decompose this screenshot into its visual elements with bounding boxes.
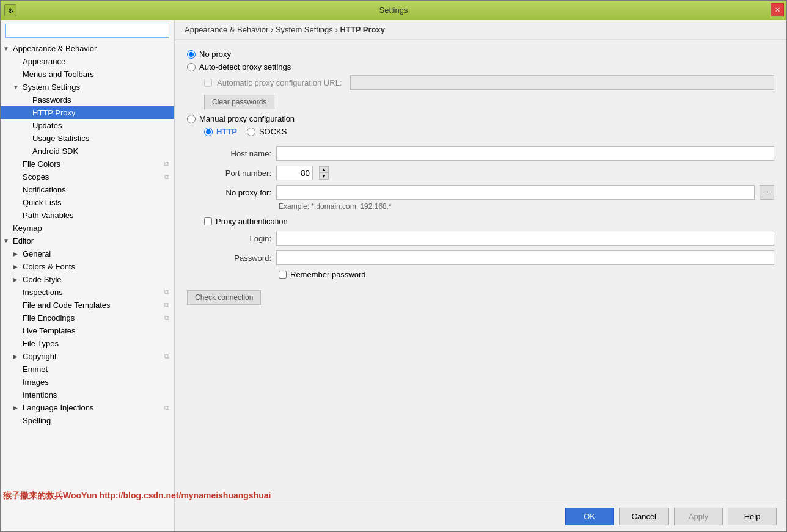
auto-proxy-block: Automatic proxy configuration URL: Clear… [187, 75, 774, 109]
no-proxy-radio[interactable] [187, 50, 196, 59]
sidebar-item-label: Images [23, 377, 172, 387]
sidebar-item-file-colors[interactable]: File Colors⧉ [1, 158, 174, 170]
expand-arrow: ▶ [13, 404, 23, 411]
sidebar-item-code-style[interactable]: ▶Code Style [1, 273, 174, 286]
sidebar-item-label: System Settings [23, 82, 172, 92]
settings-panel: No proxy Auto-detect proxy settings Auto… [175, 40, 786, 501]
manual-proxy-label[interactable]: Manual proxy configuration [199, 114, 295, 123]
proxy-auth-label[interactable]: Proxy authentication [216, 217, 288, 226]
socks-radio-row[interactable]: SOCKS [247, 127, 287, 136]
no-proxy-for-input[interactable] [276, 185, 755, 200]
auto-proxy-url-row: Automatic proxy configuration URL: [204, 75, 774, 90]
port-number-input[interactable] [276, 166, 313, 180]
copy-icon: ⧉ [164, 288, 169, 296]
sidebar-item-emmet[interactable]: Emmet [1, 363, 174, 376]
sidebar-item-editor[interactable]: ▼Editor [1, 235, 174, 247]
sidebar-item-live-templates[interactable]: Live Templates [1, 324, 174, 337]
copy-icon: ⧉ [164, 352, 169, 360]
no-proxy-row[interactable]: No proxy [187, 49, 774, 59]
proxy-auth-row: Proxy authentication [204, 217, 774, 226]
no-proxy-label[interactable]: No proxy [199, 49, 231, 59]
port-number-row: Port number: ▲ ▼ [204, 166, 774, 180]
sidebar-item-android-sdk[interactable]: Android SDK [1, 145, 174, 158]
clear-passwords-button[interactable]: Clear passwords [204, 95, 274, 109]
http-label[interactable]: HTTP [216, 127, 237, 136]
sidebar-item-quick-lists[interactable]: Quick Lists [1, 196, 174, 209]
sidebar-item-label: File Types [23, 339, 172, 348]
auto-proxy-url-input[interactable] [350, 75, 774, 90]
login-row: Login: [204, 231, 774, 246]
manual-proxy-radio[interactable] [187, 115, 196, 123]
manual-proxy-row[interactable]: Manual proxy configuration [187, 114, 774, 123]
remember-password-checkbox[interactable] [279, 271, 287, 279]
http-radio[interactable] [204, 128, 213, 136]
host-name-row: Host name: [204, 146, 774, 161]
sidebar-item-file-encodings[interactable]: File Encodings⧉ [1, 312, 174, 324]
password-label: Password: [204, 253, 271, 263]
search-input[interactable] [5, 24, 169, 38]
sidebar-item-label: Notifications [23, 185, 172, 194]
sidebar-item-http-proxy[interactable]: HTTP Proxy [1, 106, 174, 119]
breadcrumb: Appearance & Behavior › System Settings … [175, 20, 786, 40]
browse-button[interactable]: ⋯ [760, 185, 774, 200]
port-up-button[interactable]: ▲ [319, 166, 329, 173]
sidebar-item-label: Editor [13, 236, 172, 246]
auto-detect-label[interactable]: Auto-detect proxy settings [199, 62, 291, 71]
auto-proxy-url-label: Automatic proxy configuration URL: [217, 78, 345, 87]
no-proxy-for-label: No proxy for: [204, 188, 271, 197]
sidebar-item-appearance[interactable]: Appearance [1, 55, 174, 68]
close-button[interactable]: ✕ [771, 3, 784, 16]
sidebar-item-language-injections[interactable]: ▶Language Injections⧉ [1, 401, 174, 414]
sidebar-item-system-settings[interactable]: ▼System Settings [1, 81, 174, 93]
expand-arrow: ▼ [13, 84, 23, 90]
socks-radio[interactable] [247, 128, 255, 136]
sidebar-item-images[interactable]: Images [1, 376, 174, 388]
window-title: Settings [379, 5, 408, 15]
ok-button[interactable]: OK [565, 508, 614, 525]
sidebar-tree: ▼Appearance & BehaviorAppearanceMenus an… [1, 42, 174, 427]
sidebar-item-spelling[interactable]: Spelling [1, 414, 174, 427]
sidebar-item-file-code-templates[interactable]: File and Code Templates⧉ [1, 299, 174, 312]
login-input[interactable] [276, 231, 774, 246]
copy-icon: ⧉ [164, 301, 169, 309]
sidebar-item-label: HTTP Proxy [32, 108, 172, 117]
check-connection-button[interactable]: Check connection [187, 290, 261, 305]
sidebar-item-file-types[interactable]: File Types [1, 337, 174, 350]
auto-detect-row[interactable]: Auto-detect proxy settings [187, 62, 774, 71]
auto-proxy-checkbox[interactable] [204, 79, 212, 87]
sidebar-item-copyright[interactable]: ▶Copyright⧉ [1, 350, 174, 363]
sidebar-item-passwords[interactable]: Passwords [1, 93, 174, 106]
remember-password-label[interactable]: Remember password [290, 270, 366, 279]
port-down-button[interactable]: ▼ [319, 173, 329, 180]
sidebar-item-usage-statistics[interactable]: Usage Statistics [1, 132, 174, 145]
password-input[interactable] [276, 250, 774, 265]
socks-label[interactable]: SOCKS [259, 127, 287, 136]
host-name-label: Host name: [204, 149, 271, 158]
sidebar-item-label: Live Templates [23, 326, 172, 335]
sidebar-item-colors-fonts[interactable]: ▶Colors & Fonts [1, 260, 174, 273]
http-radio-row[interactable]: HTTP [204, 127, 237, 136]
host-name-input[interactable] [276, 146, 774, 161]
sidebar-item-label: File Encodings [23, 313, 164, 322]
sidebar-item-notifications[interactable]: Notifications [1, 183, 174, 196]
sidebar-item-intentions[interactable]: Intentions [1, 388, 174, 401]
sidebar: ▼Appearance & BehaviorAppearanceMenus an… [1, 20, 175, 531]
help-button[interactable]: Help [728, 508, 777, 525]
breadcrumb-part-2: System Settings [276, 25, 333, 34]
apply-button[interactable]: Apply [674, 508, 723, 525]
sidebar-item-inspections[interactable]: Inspections⧉ [1, 286, 174, 299]
sidebar-item-keymap[interactable]: Keymap [1, 222, 174, 235]
sidebar-item-appearance-behavior[interactable]: ▼Appearance & Behavior [1, 42, 174, 55]
sidebar-item-path-variables[interactable]: Path Variables [1, 209, 174, 222]
auto-detect-radio[interactable] [187, 63, 196, 71]
sidebar-item-menus-toolbars[interactable]: Menus and Toolbars [1, 68, 174, 81]
cancel-button[interactable]: Cancel [619, 508, 669, 525]
sidebar-item-general[interactable]: ▶General [1, 247, 174, 260]
title-bar: ⚙ Settings ✕ [1, 1, 786, 20]
sidebar-item-updates[interactable]: Updates [1, 119, 174, 132]
proxy-auth-checkbox[interactable] [204, 217, 212, 225]
login-label: Login: [204, 234, 271, 243]
sidebar-item-label: Updates [32, 121, 172, 130]
main-area: ▼Appearance & BehaviorAppearanceMenus an… [1, 20, 786, 531]
sidebar-item-scopes[interactable]: Scopes⧉ [1, 170, 174, 183]
